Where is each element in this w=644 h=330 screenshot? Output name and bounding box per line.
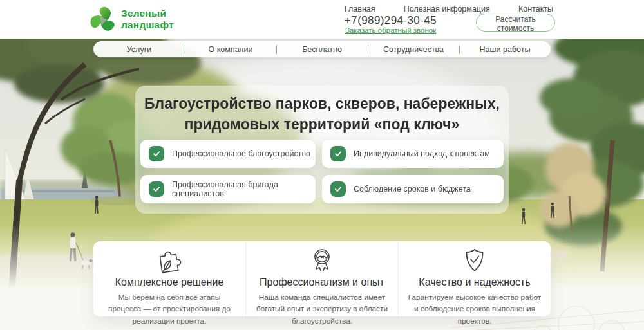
- brand-logo-icon: [90, 5, 117, 33]
- check-icon: [330, 146, 346, 161]
- top-link-home[interactable]: Главная: [345, 5, 375, 14]
- feature-badge-2: Индивидуальный подход к проектам: [322, 140, 504, 168]
- feature-badge-label: Профессиональная бригада специалистов: [172, 180, 316, 198]
- feature-badge-label: Соблюдение сроков и бюджета: [354, 185, 471, 194]
- benefit-card-title: Качество и надежность: [399, 277, 551, 288]
- medal-handshake-icon: [307, 246, 337, 275]
- top-link-contacts[interactable]: Контакты: [518, 5, 553, 14]
- menu-item-cooperation[interactable]: Сотрудничества: [368, 45, 459, 54]
- brand-logo[interactable]: Зеленый ландшафт: [90, 5, 174, 33]
- menu-item-our-works[interactable]: Наши работы: [459, 45, 551, 54]
- feature-badges: Профессиональное благоустройство Индивид…: [140, 140, 504, 203]
- check-icon: [330, 181, 346, 197]
- brand-name-line1: Зеленый: [121, 8, 174, 19]
- landing-page: Зеленый ландшафт Главная Полезная информ…: [0, 0, 644, 330]
- check-icon: [149, 181, 164, 197]
- hero-title-line1: Благоустройство парков, скверов, набереж…: [144, 95, 500, 112]
- benefit-card-professionalism: Профессионализм и опыт Наша команда спец…: [245, 241, 398, 316]
- hero-title: Благоустройство парков, скверов, набереж…: [140, 94, 504, 134]
- hero-title-line2: придомовых территорий «под ключ»: [185, 116, 460, 133]
- benefit-card-text: Гарантируем высокое качество работ и соб…: [407, 291, 542, 327]
- main-menu: Услуги О компании Бесплатно Сотрудничест…: [93, 41, 551, 57]
- callback-request-link[interactable]: Заказать обратный звонок: [345, 26, 436, 34]
- puzzle-leaf-icon: [154, 246, 185, 275]
- phone-number[interactable]: +7(989)294-30-45: [345, 14, 437, 27]
- menu-item-free[interactable]: Бесплатно: [276, 45, 368, 54]
- brand-name: Зеленый ландшафт: [121, 8, 174, 31]
- benefit-card-quality: Качество и надежность Гарантируем высоко…: [398, 241, 551, 316]
- feature-badge-label: Профессиональное благоустройство: [172, 149, 310, 158]
- feature-badge-1: Профессиональное благоустройство: [140, 140, 316, 168]
- menu-item-services[interactable]: Услуги: [93, 45, 185, 54]
- top-header: Зеленый ландшафт Главная Полезная информ…: [0, 0, 644, 39]
- check-icon: [149, 146, 164, 161]
- top-links-nav: Главная Полезная информация Контакты: [345, 5, 553, 14]
- benefit-card-complex-solution: Комплексное решение Мы берем на себя все…: [93, 241, 245, 316]
- benefit-card-text: Мы берем на себя все этапы процесса — от…: [102, 291, 237, 327]
- benefits-section: Комплексное решение Мы берем на себя все…: [93, 241, 551, 316]
- feature-badge-label: Индивидуальный подход к проектам: [354, 149, 490, 158]
- feature-badge-3: Профессиональная бригада специалистов: [140, 175, 316, 203]
- benefit-card-title: Комплексное решение: [93, 277, 245, 288]
- feature-badge-4: Соблюдение сроков и бюджета: [322, 175, 504, 203]
- benefit-card-title: Профессионализм и опыт: [246, 277, 398, 288]
- calculate-cost-button[interactable]: Рассчитать стоимость: [476, 14, 555, 32]
- hero-panel: Благоустройство парков, скверов, набереж…: [135, 86, 509, 214]
- menu-item-about[interactable]: О компании: [185, 45, 276, 54]
- benefit-card-text: Наша команда специалистов имеет богатый …: [254, 291, 390, 327]
- top-link-useful-info[interactable]: Полезная информация: [404, 5, 490, 14]
- brand-name-line2: ландшафт: [121, 19, 174, 31]
- shield-check-icon: [459, 246, 490, 275]
